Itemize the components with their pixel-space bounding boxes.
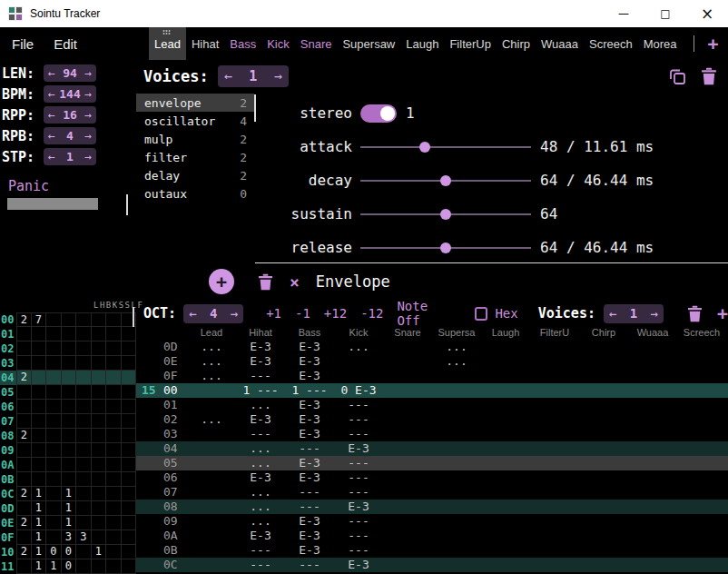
note-cell[interactable]	[530, 514, 579, 529]
note-cell[interactable]	[677, 354, 726, 369]
note-cell[interactable]	[383, 500, 432, 514]
order-cell[interactable]	[62, 414, 77, 429]
pattern-voices-stepper-increase-arrow[interactable]: →	[651, 307, 658, 320]
order-cell[interactable]: 1	[32, 530, 47, 545]
note-cell[interactable]	[530, 340, 579, 354]
order-cell[interactable]	[32, 458, 47, 472]
menu-edit[interactable]: Edit	[54, 36, 77, 52]
order-cell[interactable]	[16, 385, 32, 400]
note-cell[interactable]	[628, 543, 677, 558]
order-cell[interactable]	[32, 414, 47, 429]
order-cell[interactable]	[92, 429, 107, 443]
instrument-tab-kick[interactable]: Kick	[261, 27, 295, 60]
order-cell[interactable]	[76, 545, 92, 559]
unit-item-oscillator[interactable]: oscillator4	[136, 112, 254, 130]
note-cell[interactable]: E-3	[236, 412, 285, 427]
note-cell[interactable]: ---	[236, 543, 285, 558]
note-cell[interactable]	[187, 500, 236, 514]
order-cell[interactable]	[92, 356, 107, 371]
note-cell[interactable]	[628, 340, 677, 354]
order-scrollbar-thumb[interactable]	[133, 307, 134, 327]
order-cell[interactable]	[76, 356, 92, 371]
note-cell[interactable]	[383, 441, 432, 456]
note-cell[interactable]	[383, 427, 432, 441]
order-cell[interactable]	[16, 400, 32, 414]
order-cell[interactable]	[122, 327, 137, 341]
order-cell[interactable]: 2	[16, 312, 32, 327]
note-cell[interactable]	[530, 383, 579, 398]
note-cell[interactable]	[579, 470, 628, 485]
note-cell[interactable]: ---	[334, 529, 383, 543]
note-cell[interactable]: ---	[334, 470, 383, 485]
order-cell[interactable]: 3	[62, 530, 77, 545]
note-cell[interactable]	[677, 456, 726, 470]
order-cell[interactable]	[16, 341, 32, 356]
note-cell[interactable]	[432, 514, 481, 529]
note-cell[interactable]: ...	[236, 514, 285, 529]
note-cell[interactable]	[628, 485, 677, 500]
note-cell[interactable]	[579, 427, 628, 441]
unit-item-delay[interactable]: delay2	[136, 166, 254, 184]
note-cell[interactable]	[530, 470, 579, 485]
note-cell[interactable]	[481, 543, 530, 558]
order-cell[interactable]	[122, 400, 137, 414]
order-cell[interactable]	[32, 341, 47, 356]
order-cell[interactable]	[76, 429, 92, 443]
order-cell[interactable]	[46, 429, 62, 443]
note-cell[interactable]: E-3	[285, 456, 334, 470]
note-cell[interactable]	[530, 543, 579, 558]
order-cell[interactable]: 2	[16, 487, 32, 501]
order-cell[interactable]: 1	[32, 545, 47, 559]
note-cell[interactable]: ---	[236, 369, 285, 383]
note-cell[interactable]	[579, 441, 628, 456]
note-cell[interactable]	[187, 485, 236, 500]
order-cell[interactable]	[46, 312, 62, 327]
order-cell[interactable]	[16, 458, 32, 472]
order-cell[interactable]	[32, 327, 47, 341]
note-cell[interactable]	[187, 558, 236, 572]
note-cell[interactable]	[579, 398, 628, 412]
note-cell[interactable]	[628, 529, 677, 543]
note-cell[interactable]	[628, 456, 677, 470]
note-cell[interactable]	[677, 398, 726, 412]
unit-item-outaux[interactable]: outaux0	[136, 184, 254, 203]
note-cell[interactable]	[677, 543, 726, 558]
order-cell[interactable]: 0	[62, 545, 77, 559]
slider-knob[interactable]	[440, 209, 451, 220]
order-cell[interactable]	[62, 458, 77, 472]
unit-item-filter[interactable]: filter2	[136, 148, 254, 166]
order-cell[interactable]	[46, 530, 62, 545]
order-cell[interactable]	[92, 312, 107, 327]
note-cell[interactable]	[187, 529, 236, 543]
note-cell[interactable]: ...	[187, 369, 236, 383]
order-cell[interactable]	[46, 400, 62, 414]
note-cell[interactable]	[432, 427, 481, 441]
note-cell[interactable]	[187, 398, 236, 412]
order-cell[interactable]: 2	[16, 371, 32, 385]
note-cell[interactable]: ---	[236, 558, 285, 572]
order-cell[interactable]	[106, 385, 122, 400]
unit-item-envelope[interactable]: envelope2	[136, 94, 254, 112]
transpose-button-minus12[interactable]: -12	[360, 306, 383, 321]
octave-stepper-decrease-arrow[interactable]: ←	[189, 307, 196, 320]
note-cell[interactable]	[579, 558, 628, 572]
order-cell[interactable]	[106, 371, 122, 385]
note-cell[interactable]	[530, 369, 579, 383]
note-cell[interactable]	[579, 383, 628, 398]
order-cell[interactable]	[76, 312, 92, 327]
order-cell[interactable]: 0	[62, 559, 77, 574]
order-cell[interactable]	[62, 443, 77, 458]
order-cell[interactable]	[46, 472, 62, 487]
note-cell[interactable]	[481, 558, 530, 572]
order-cell[interactable]	[92, 530, 107, 545]
unit-list-scrollbar-thumb[interactable]	[254, 94, 256, 122]
note-cell[interactable]: E-3	[285, 543, 334, 558]
note-cell[interactable]: ---	[334, 412, 383, 427]
note-cell[interactable]	[481, 398, 530, 412]
order-cell[interactable]	[76, 371, 92, 385]
order-cell[interactable]	[106, 545, 122, 559]
order-cell[interactable]	[76, 458, 92, 472]
add-pattern-button[interactable]: +	[717, 302, 728, 324]
note-cell[interactable]: ...	[432, 354, 481, 369]
song-scrollbar-thumb[interactable]	[126, 194, 128, 215]
